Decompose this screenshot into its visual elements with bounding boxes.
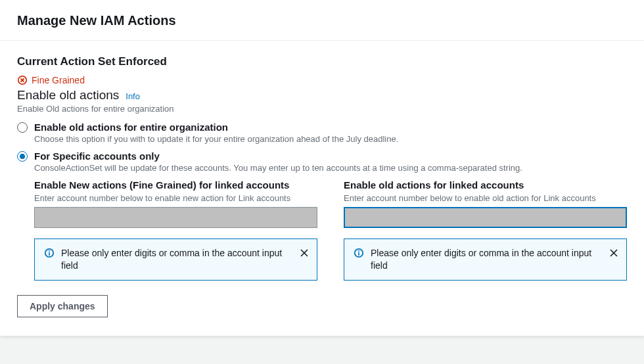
panel-body: Current Action Set Enforced Fine Grained… [0, 41, 644, 336]
radio-description: ConsoleActionSet will be update for thes… [34, 163, 627, 173]
enable-old-actions-row: Enable old actions Info [17, 88, 627, 102]
radio-item-entire-org: Enable old actions for entire organizati… [17, 122, 627, 144]
actions-row: Apply changes [17, 295, 627, 317]
info-link[interactable]: Info [126, 91, 140, 101]
radio-entire-org[interactable]: Enable old actions for entire organizati… [17, 122, 627, 133]
old-actions-account-input[interactable] [344, 207, 627, 228]
radio-circle-icon [17, 122, 28, 133]
enable-heading: Enable old actions [17, 88, 119, 102]
info-icon [44, 248, 55, 258]
panel-header: Manage New IAM Actions [0, 0, 644, 41]
manage-iam-panel: Manage New IAM Actions Current Action Se… [0, 0, 644, 336]
enable-description: Enable Old actions for entire organizati… [17, 104, 627, 114]
apply-changes-button[interactable]: Apply changes [17, 295, 108, 317]
svg-point-9 [358, 250, 359, 252]
close-icon [300, 248, 309, 258]
column-new-actions: Enable New actions (Fine Grained) for li… [34, 179, 317, 281]
column-old-actions: Enable old actions for linked accounts E… [344, 179, 627, 281]
close-icon [609, 248, 618, 258]
current-status: Fine Grained [17, 75, 627, 85]
current-status-label: Fine Grained [32, 75, 85, 85]
linked-account-columns: Enable New actions (Fine Grained) for li… [34, 179, 627, 281]
alert-message: Please only enter digits or comma in the… [371, 247, 601, 272]
alert-close-button[interactable] [298, 247, 310, 261]
column-subtitle: Enter account number below to enable new… [34, 193, 317, 203]
radio-label: For Specific accounts only [34, 150, 160, 162]
info-icon [354, 248, 364, 258]
alert-message: Please only enter digits or comma in the… [61, 247, 292, 272]
radio-description: Choose this option if you with to update… [34, 134, 627, 144]
radio-circle-icon [17, 151, 28, 162]
page-title: Manage New IAM Actions [17, 13, 627, 28]
radio-label: Enable old actions for entire organizati… [34, 122, 228, 133]
radio-specific-accounts[interactable]: For Specific accounts only [17, 150, 627, 162]
svg-rect-10 [358, 252, 359, 256]
alert-close-button[interactable] [608, 247, 620, 261]
scope-radio-group: Enable old actions for entire organizati… [17, 122, 627, 281]
radio-item-specific-accounts: For Specific accounts only ConsoleAction… [17, 150, 627, 281]
validation-alert: Please only enter digits or comma in the… [34, 239, 317, 281]
validation-alert: Please only enter digits or comma in the… [344, 239, 627, 281]
column-title: Enable New actions (Fine Grained) for li… [34, 179, 317, 191]
new-actions-account-input[interactable] [34, 207, 317, 228]
current-action-set-title: Current Action Set Enforced [17, 55, 627, 68]
column-title: Enable old actions for linked accounts [344, 179, 627, 191]
error-circle-icon [17, 75, 28, 85]
svg-point-4 [49, 250, 50, 252]
column-subtitle: Enter account number below to enable old… [344, 193, 627, 203]
svg-rect-5 [49, 252, 50, 256]
